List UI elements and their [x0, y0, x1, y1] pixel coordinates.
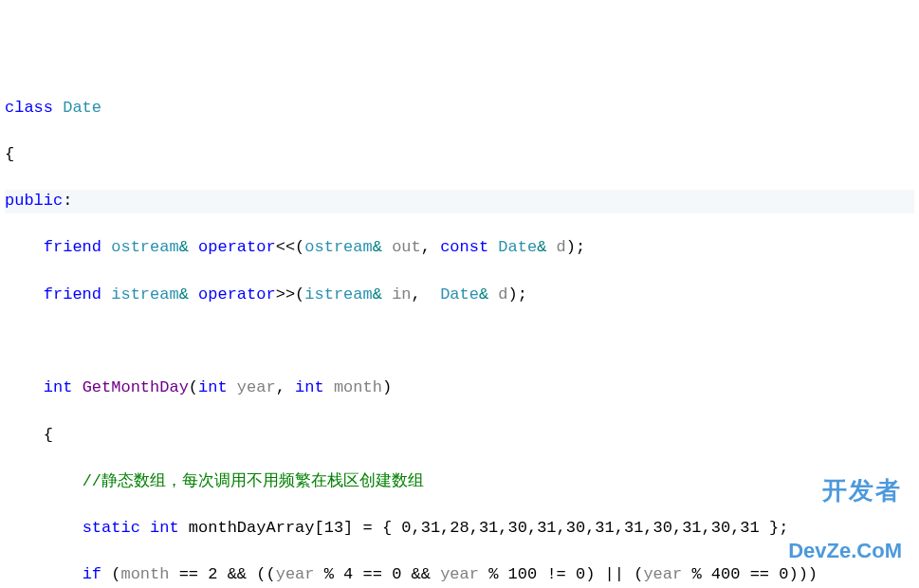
code-line-blank	[5, 330, 914, 354]
keyword-if: if	[83, 565, 101, 583]
keyword-public: public	[5, 192, 63, 210]
watermark-cn: 开发者	[788, 477, 902, 505]
code-line: static int monthDayArray[13] = { 0,31,28…	[5, 517, 914, 541]
param-d: d	[557, 238, 566, 256]
param-month: month	[334, 378, 382, 396]
comment-static-array: //静态数组，每次调用不用频繁在栈区创建数组	[83, 472, 424, 490]
code-line: class Date	[5, 97, 914, 120]
watermark-en: DevZe.CoM	[788, 540, 902, 562]
watermark: 开发者 DevZe.CoM	[788, 442, 902, 580]
array-initializer: { 0,31,28,31,30,31,30,31,31,30,31,30,31 …	[382, 519, 779, 537]
keyword-friend: friend	[44, 238, 101, 256]
class-name: Date	[63, 99, 101, 117]
code-line: friend ostream& operator<<(ostream& out,…	[5, 236, 914, 260]
code-line: {	[5, 424, 914, 448]
keyword-const: const	[440, 238, 488, 256]
brace: {	[5, 145, 14, 163]
op-amp: &	[179, 238, 189, 256]
param-in: in	[392, 285, 411, 303]
code-line: friend istream& operator>>(istream& in, …	[5, 284, 914, 307]
type-date: Date	[498, 238, 537, 256]
type-istream: istream	[111, 285, 178, 303]
var-monthdayarray: monthDayArray	[189, 519, 315, 537]
code-line: //静态数组，每次调用不用频繁在栈区创建数组	[5, 470, 914, 494]
keyword-class: class	[5, 99, 53, 117]
code-line: int GetMonthDay(int year, int month)	[5, 377, 914, 400]
type-ostream: ostream	[111, 238, 178, 256]
op-lshift: <<	[276, 238, 295, 256]
type-ostream: ostream	[304, 238, 372, 256]
code-line: if (month == 2 && ((year % 4 == 0 && yea…	[5, 563, 914, 587]
code-line-highlighted: public:	[5, 190, 914, 213]
keyword-operator: operator	[198, 238, 276, 256]
param-year: year	[237, 378, 276, 396]
keyword-int: int	[44, 378, 73, 396]
param-out: out	[392, 238, 421, 256]
func-getmonthday: GetMonthDay	[83, 378, 189, 396]
code-line: {	[5, 143, 914, 167]
keyword-static: static	[83, 519, 140, 537]
op-rshift: >>	[276, 285, 295, 303]
